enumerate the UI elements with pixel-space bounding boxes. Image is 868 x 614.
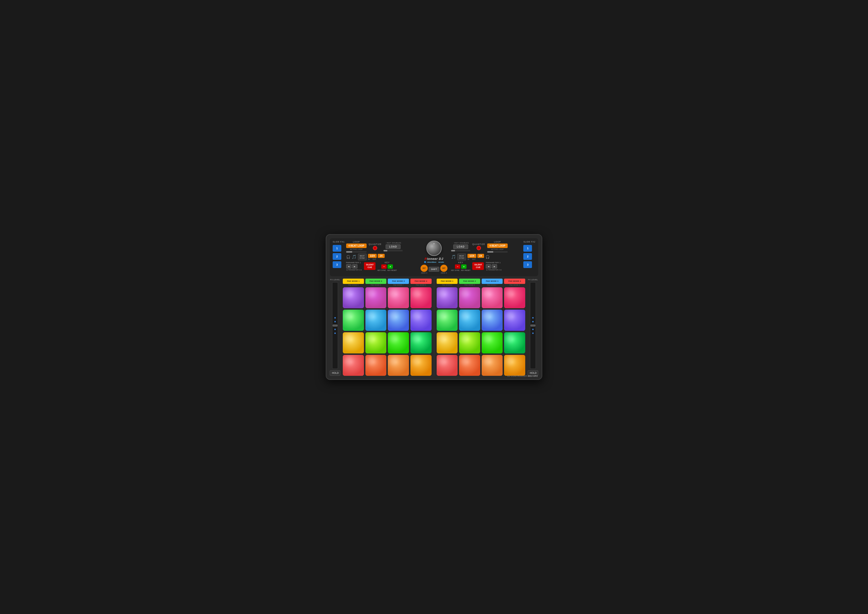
top-section: SLIDE FX1 1 2 3 LOOP 4 BEAT LOOP ACTIVE … bbox=[330, 238, 538, 276]
left-slider-dot-1 bbox=[334, 317, 336, 319]
main-knob[interactable] bbox=[426, 240, 442, 256]
left-pad-5[interactable] bbox=[343, 310, 364, 331]
left-silent-cue-btn[interactable]: SILENTCUE bbox=[364, 262, 376, 270]
right-pad-15[interactable] bbox=[482, 355, 503, 376]
left-padmode7-sub: PAD MODE 7 bbox=[393, 284, 404, 286]
left-padmode6-sub: PAD MODE 6 bbox=[371, 284, 381, 286]
right-param-left-arrow[interactable]: ◄ bbox=[486, 264, 491, 268]
slide-fx1-btn1[interactable]: 1 bbox=[333, 245, 341, 252]
right-quantize-btn[interactable] bbox=[477, 246, 481, 250]
right-padmode4-btn[interactable]: PAD MODE 4 bbox=[504, 279, 525, 284]
right-key-reset-label: KEY RESET bbox=[461, 270, 470, 271]
left-padmode1-group: PAD MODE 1 PAD MODE 5 bbox=[343, 279, 364, 286]
right-pad-4[interactable] bbox=[504, 287, 525, 309]
left-padmode3-btn[interactable]: PAD MODE 3 bbox=[388, 279, 409, 284]
left-pad-11[interactable] bbox=[388, 332, 409, 354]
left-padmode2-btn[interactable]: PAD MODE 2 bbox=[365, 279, 387, 284]
right-pad-10[interactable] bbox=[459, 332, 480, 354]
left-pad-13[interactable] bbox=[343, 355, 364, 376]
right-pad-13[interactable] bbox=[437, 355, 458, 376]
left-padmode1-btn[interactable]: PAD MODE 1 bbox=[343, 279, 364, 284]
right-pad-6[interactable] bbox=[459, 310, 480, 331]
slide-fx2-btn1[interactable]: 1 bbox=[523, 245, 532, 252]
left-padmode4-btn[interactable]: PAD MODE 4 bbox=[410, 279, 432, 284]
left-pad-3[interactable] bbox=[388, 287, 409, 309]
right-fx-slider-track[interactable] bbox=[530, 282, 536, 369]
right-load-progress bbox=[451, 250, 470, 251]
int-deck3-btn[interactable]: INT bbox=[421, 265, 428, 272]
left-fx-slider-track[interactable] bbox=[332, 282, 338, 369]
left-beat-sync-row: 🎧 🎵 BEATSYNC 1/2X 2X IN OUT bbox=[346, 254, 417, 260]
right-in-label: IN bbox=[467, 258, 469, 260]
slide-fx2-btn2[interactable]: 2 bbox=[523, 253, 532, 260]
left-key-minus-btn[interactable]: − bbox=[381, 264, 387, 269]
left-hold-btn[interactable]: HOLD bbox=[330, 370, 340, 376]
left-pad-7[interactable] bbox=[388, 310, 409, 331]
left-load-btn[interactable]: LOAD bbox=[386, 245, 401, 249]
left-param-left-arrow[interactable]: ◄ bbox=[346, 264, 351, 268]
left-pad-9[interactable] bbox=[343, 332, 364, 354]
int-deck4-btn[interactable]: INT bbox=[440, 265, 447, 272]
left-half-btn[interactable]: 1/2X bbox=[368, 254, 377, 258]
slide-fx2-btn3[interactable]: 3 bbox=[523, 261, 532, 268]
left-pad-6[interactable] bbox=[365, 310, 387, 331]
right-pad-8[interactable] bbox=[504, 310, 525, 331]
left-loop-btn[interactable]: 4 BEAT LOOP bbox=[346, 243, 367, 248]
right-param-row: KEY − + KEY SYNC KEY RESET SILENTCUE PAR… bbox=[451, 261, 522, 271]
left-slider-handle[interactable] bbox=[333, 324, 337, 327]
right-pad-16[interactable] bbox=[504, 355, 525, 376]
left-pad-10[interactable] bbox=[365, 332, 387, 354]
left-key-plus-btn[interactable]: + bbox=[388, 264, 393, 269]
right-param-right-arrow[interactable]: ► bbox=[492, 264, 497, 268]
slide-fx1-label: SLIDE FX1 bbox=[333, 240, 345, 243]
right-padmode3-btn[interactable]: PAD MODE 3 bbox=[482, 279, 503, 284]
right-slider-handle[interactable] bbox=[531, 324, 535, 327]
right-pad-5[interactable] bbox=[437, 310, 458, 331]
left-2x-btn[interactable]: 2X bbox=[378, 254, 384, 258]
right-pad-11[interactable] bbox=[482, 332, 503, 354]
left-pad-2[interactable] bbox=[365, 287, 387, 309]
left-padmode4-group: PAD MODE 4 PAD MODE 8 bbox=[410, 279, 432, 286]
right-key-minus-btn[interactable]: − bbox=[455, 264, 460, 269]
right-fx-level-section: FX LEVEL HOLD bbox=[528, 279, 538, 376]
left-pad-12[interactable] bbox=[410, 332, 432, 354]
right-loop-btn[interactable]: 4 BEAT LOOP bbox=[487, 243, 508, 248]
left-pad-section: PAD MODE 1 PAD MODE 5 PAD MODE 2 PAD MOD… bbox=[343, 279, 432, 376]
right-pad-2[interactable] bbox=[459, 287, 480, 309]
right-active-loop: ACTIVE LOOP bbox=[491, 248, 503, 250]
right-silent-cue-btn[interactable]: SILENTCUE bbox=[472, 262, 484, 270]
left-pad-16[interactable] bbox=[410, 355, 432, 376]
right-padmode2-btn[interactable]: PAD MODE 2 bbox=[459, 279, 480, 284]
left-inst-doubles: ·· INST. DOUBLES bbox=[385, 242, 401, 244]
slide-fx1-btn3[interactable]: 3 bbox=[333, 261, 341, 268]
right-pad-12[interactable] bbox=[504, 332, 525, 354]
slide-fx1-btn2[interactable]: 2 bbox=[333, 253, 341, 260]
right-pad-7[interactable] bbox=[482, 310, 503, 331]
left-param-right-arrow[interactable]: ► bbox=[352, 264, 357, 268]
right-out-label: OUT bbox=[472, 258, 476, 260]
right-beat-sync-btn[interactable]: BEATSYNC bbox=[457, 254, 466, 260]
left-pad-4[interactable] bbox=[410, 287, 432, 309]
left-quantize-btn[interactable] bbox=[373, 246, 377, 250]
left-beat-sync-btn[interactable]: BEATSYNC bbox=[358, 254, 366, 260]
right-pad-1[interactable] bbox=[437, 287, 458, 309]
right-slider-dot-1 bbox=[532, 317, 534, 319]
right-load-btn[interactable]: LOAD bbox=[453, 245, 468, 249]
left-pad-1[interactable] bbox=[343, 287, 364, 309]
right-padmode5-sub: PAD MODE 5 bbox=[442, 284, 452, 286]
right-2x-btn[interactable]: 2X bbox=[477, 254, 484, 258]
right-padmode7-sub: PAD MODE 7 bbox=[487, 284, 497, 286]
right-key-plus-btn[interactable]: + bbox=[461, 264, 466, 269]
right-padmode6-sub: PAD MODE 6 bbox=[464, 284, 475, 286]
left-pad-14[interactable] bbox=[365, 355, 387, 376]
right-pad-3[interactable] bbox=[482, 287, 503, 309]
left-pad-8[interactable] bbox=[410, 310, 432, 331]
right-padmode1-btn[interactable]: PAD MODE 1 bbox=[437, 279, 458, 284]
left-padmode2-group: PAD MODE 2 PAD MODE 6 bbox=[365, 279, 387, 286]
right-padmode1-group: PAD MODE 1 PAD MODE 5 bbox=[437, 279, 458, 286]
left-pad-15[interactable] bbox=[388, 355, 409, 376]
right-pad-14[interactable] bbox=[459, 355, 480, 376]
right-half-btn[interactable]: 1/2X bbox=[467, 254, 477, 258]
right-pad-9[interactable] bbox=[437, 332, 458, 354]
shift-btn[interactable]: SHIFT bbox=[429, 267, 439, 271]
